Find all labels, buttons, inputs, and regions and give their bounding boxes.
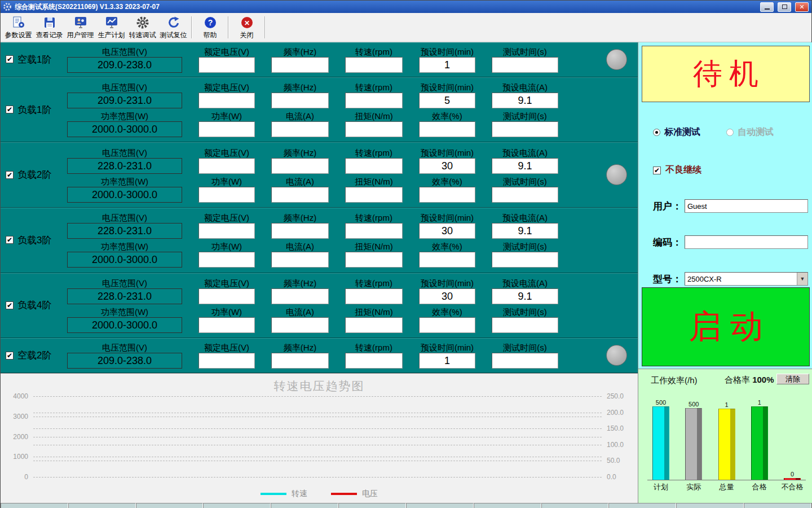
stage-checkbox-icon[interactable]: ✔ <box>6 106 14 113</box>
value-input[interactable] <box>271 57 329 73</box>
stat-bar-value: 500 <box>656 399 666 406</box>
value-input[interactable] <box>271 288 329 304</box>
value-input[interactable] <box>271 252 329 268</box>
value-input[interactable] <box>271 121 329 137</box>
value-input[interactable] <box>198 121 255 137</box>
stage-name: 空载2阶 <box>17 349 51 362</box>
value-input[interactable]: 9.1 <box>492 288 558 304</box>
value-input[interactable] <box>271 317 329 333</box>
stage-checkbox-icon[interactable]: ✔ <box>6 171 14 179</box>
value-input[interactable] <box>198 317 255 333</box>
field-label: 额定电压(V) <box>204 212 249 223</box>
stage-toggle[interactable]: ✔负载4阶 <box>1 273 67 338</box>
stage-toggle[interactable]: ✔空载1阶 <box>1 42 67 77</box>
toolbar-button-records[interactable]: 查看记录 <box>34 14 65 41</box>
stage-toggle[interactable]: ✔负载2阶 <box>1 142 67 207</box>
field-cell: 预设时间(min)30 <box>419 278 475 304</box>
close-button[interactable]: ✕ <box>795 2 809 12</box>
value-input[interactable] <box>419 252 475 268</box>
field-label: 功率范围(W) <box>101 241 148 252</box>
stage-checkbox-icon[interactable]: ✔ <box>6 55 14 63</box>
value-input[interactable]: 30 <box>419 158 475 174</box>
value-input[interactable] <box>198 223 255 239</box>
value-input[interactable]: 1 <box>419 57 475 73</box>
value-input[interactable] <box>345 353 403 369</box>
stage-checkbox-icon[interactable]: ✔ <box>6 236 14 244</box>
value-input[interactable] <box>492 121 558 137</box>
field-cell: 效率(%) <box>419 241 475 268</box>
value-input[interactable] <box>345 252 403 268</box>
value-input[interactable] <box>492 317 558 333</box>
value-input[interactable] <box>419 187 475 203</box>
value-input[interactable] <box>271 158 329 174</box>
toolbar-button-users[interactable]: 用户管理 <box>65 14 96 41</box>
value-input[interactable]: 5 <box>419 93 475 108</box>
value-input[interactable]: 1 <box>419 353 475 369</box>
toolbar-button-gear[interactable]: 转速调试 <box>127 14 158 41</box>
value-input[interactable] <box>345 93 403 108</box>
value-input[interactable]: 9.1 <box>492 223 558 239</box>
indicator-zone <box>558 42 638 77</box>
value-input[interactable] <box>419 121 475 137</box>
value-input[interactable] <box>419 317 475 333</box>
value-input[interactable] <box>198 93 255 108</box>
stage-toggle[interactable]: ✔空载2阶 <box>1 338 67 373</box>
range-display: 2000.0-3000.0 <box>67 317 182 333</box>
test-stages-panel: ✔空载1阶电压范围(V)209.0-238.0额定电压(V)频率(Hz)转速(r… <box>1 42 638 373</box>
defect-continue-checkbox[interactable]: ✔ 不良继续 <box>653 164 701 176</box>
radio-auto-test[interactable]: 自动测试 <box>726 126 774 138</box>
value-input[interactable] <box>345 187 403 203</box>
field-label: 电压范围(V) <box>102 278 147 288</box>
value-input[interactable] <box>345 57 403 73</box>
model-select[interactable]: 2500CX-R ▼ <box>685 272 808 286</box>
user-label: 用户： <box>653 200 685 213</box>
value-input[interactable] <box>492 353 558 369</box>
value-input[interactable] <box>271 223 329 239</box>
statusbar-cell <box>541 503 609 508</box>
dropdown-arrow-icon[interactable]: ▼ <box>797 273 807 285</box>
toolbar-button-reset[interactable]: 测试复位 <box>158 14 189 41</box>
toolbar-button-help[interactable]: ?帮助 <box>195 14 226 41</box>
legend-item: 转速 <box>261 489 307 499</box>
value-input[interactable] <box>345 121 403 137</box>
stage-checkbox-icon[interactable]: ✔ <box>6 301 14 309</box>
field-cell: 转速(rpm) <box>345 147 403 174</box>
code-input[interactable] <box>685 235 808 249</box>
maximize-button[interactable] <box>778 2 791 12</box>
toolbar-button-plan[interactable]: 生产计划 <box>96 14 127 41</box>
radio-standard-test[interactable]: 标准测试 <box>653 126 700 138</box>
toolbar-button-close[interactable]: ✕关闭 <box>231 14 262 41</box>
value-input[interactable]: 30 <box>419 288 475 304</box>
user-input[interactable] <box>685 199 808 213</box>
field-cell: 扭矩(N/m) <box>345 176 403 203</box>
stage-toggle[interactable]: ✔负载3阶 <box>1 208 67 273</box>
minimize-button[interactable] <box>760 2 774 12</box>
stage-toggle[interactable]: ✔负载1阶 <box>1 77 67 142</box>
value-input[interactable] <box>492 57 558 73</box>
value-input[interactable] <box>271 93 329 108</box>
stage-checkbox-icon[interactable]: ✔ <box>6 352 14 360</box>
value-input[interactable]: 9.1 <box>492 158 558 174</box>
value-input[interactable] <box>492 252 558 268</box>
maximize-icon <box>782 5 787 9</box>
value-input[interactable] <box>492 187 558 203</box>
value-input[interactable] <box>198 353 255 369</box>
chart-gridline <box>33 413 602 413</box>
value-input[interactable] <box>271 187 329 203</box>
value-input[interactable] <box>345 317 403 333</box>
value-input[interactable] <box>198 252 255 268</box>
value-input[interactable] <box>345 158 403 174</box>
value-input[interactable] <box>345 288 403 304</box>
clear-button[interactable]: 清除 <box>776 374 809 384</box>
value-input[interactable]: 9.1 <box>492 93 558 108</box>
start-button[interactable]: 启动 <box>642 287 810 366</box>
value-input[interactable] <box>198 57 255 73</box>
value-input[interactable] <box>345 223 403 239</box>
value-input[interactable]: 30 <box>419 223 475 239</box>
value-input[interactable] <box>198 187 255 203</box>
value-input[interactable] <box>271 353 329 369</box>
field-label: 测试时间(s) <box>503 306 547 317</box>
value-input[interactable] <box>198 288 255 304</box>
toolbar-button-settings[interactable]: 参数设置 <box>3 14 34 41</box>
value-input[interactable] <box>198 158 255 174</box>
